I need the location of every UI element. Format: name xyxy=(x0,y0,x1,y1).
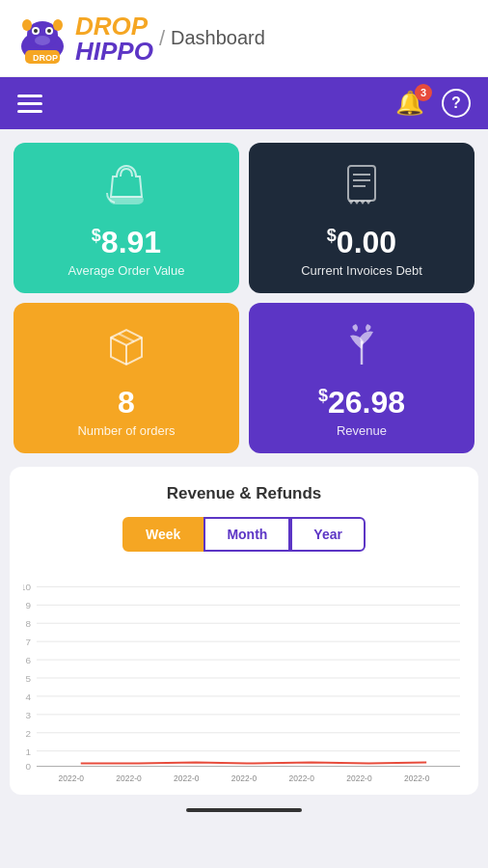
help-button[interactable]: ? xyxy=(442,89,471,118)
avg-order-value: $8.91 xyxy=(92,227,161,258)
svg-text:1: 1 xyxy=(25,746,31,757)
invoices-label: Current Invoices Debt xyxy=(301,263,422,278)
svg-text:6: 6 xyxy=(25,655,31,665)
svg-text:5: 5 xyxy=(25,673,31,684)
notification-bell[interactable]: 🔔 3 xyxy=(395,90,424,117)
breadcrumb-page: Dashboard xyxy=(171,27,265,49)
plant-icon xyxy=(339,322,385,377)
svg-point-5 xyxy=(47,29,51,33)
svg-text:4: 4 xyxy=(25,692,31,702)
svg-text:2: 2 xyxy=(25,728,31,739)
svg-text:2022-0: 2022-0 xyxy=(231,773,258,781)
receipt-icon xyxy=(339,162,385,217)
stat-card-revenue[interactable]: $26.98 Revenue xyxy=(249,303,474,453)
logo-text-hippo: HIPPO xyxy=(75,39,153,64)
hamburger-menu[interactable] xyxy=(17,95,42,113)
stat-card-avg-order[interactable]: $8.91 Average Order Value xyxy=(14,143,239,293)
svg-text:2022-0: 2022-0 xyxy=(174,773,200,781)
notification-badge: 3 xyxy=(415,84,432,101)
svg-text:9: 9 xyxy=(25,600,31,610)
tab-week[interactable]: Week xyxy=(122,517,203,552)
invoices-value: $0.00 xyxy=(327,227,396,258)
stats-grid: $8.91 Average Order Value $0.00 Current … xyxy=(0,129,488,467)
tab-month[interactable]: Month xyxy=(203,517,290,552)
svg-text:2022-0: 2022-0 xyxy=(346,773,372,781)
svg-point-8 xyxy=(53,19,63,31)
chart-section: Revenue & Refunds Week Month Year 10 9 8… xyxy=(10,467,478,795)
revenue-currency: $ xyxy=(318,386,328,405)
svg-rect-11 xyxy=(348,166,375,201)
svg-point-4 xyxy=(34,29,38,33)
svg-text:2022-0: 2022-0 xyxy=(116,773,142,781)
revenue-value: $26.98 xyxy=(318,387,405,418)
svg-text:0: 0 xyxy=(25,761,31,772)
invoices-currency: $ xyxy=(327,226,337,245)
header: DROP DROP HIPPO / Dashboard xyxy=(0,0,488,77)
svg-text:3: 3 xyxy=(25,710,31,720)
avg-order-currency: $ xyxy=(92,226,101,245)
navbar: 🔔 3 ? xyxy=(0,77,488,129)
bag-icon xyxy=(103,162,149,217)
logo-area: DROP DROP HIPPO / Dashboard xyxy=(14,10,474,68)
logo-icon: DROP xyxy=(14,10,71,68)
svg-text:2022-0: 2022-0 xyxy=(404,773,430,781)
stat-card-orders[interactable]: 8 Number of orders xyxy=(14,303,239,453)
nav-right: 🔔 3 ? xyxy=(395,89,471,118)
tab-group: Week Month Year xyxy=(23,517,465,552)
svg-text:8: 8 xyxy=(25,618,31,629)
stat-card-invoices[interactable]: $0.00 Current Invoices Debt xyxy=(249,143,474,293)
svg-point-7 xyxy=(22,19,32,31)
chart-area: 10 9 8 7 6 5 4 3 2 1 0 202 xyxy=(23,569,465,781)
chart-title: Revenue & Refunds xyxy=(23,484,465,503)
orders-value: 8 xyxy=(118,387,135,418)
svg-text:2022-0: 2022-0 xyxy=(59,773,85,781)
logo-text-drop: DROP xyxy=(75,14,153,39)
bottom-home-indicator xyxy=(186,808,302,812)
box-icon xyxy=(103,322,149,377)
svg-text:DROP: DROP xyxy=(33,53,58,63)
tab-year[interactable]: Year xyxy=(290,517,366,552)
breadcrumb-separator: / xyxy=(159,26,165,51)
svg-text:7: 7 xyxy=(25,637,31,647)
svg-point-6 xyxy=(35,36,50,45)
revenue-label: Revenue xyxy=(337,423,387,438)
orders-label: Number of orders xyxy=(77,423,175,438)
svg-text:2022-0: 2022-0 xyxy=(289,773,315,781)
svg-text:10: 10 xyxy=(23,582,31,592)
avg-order-label: Average Order Value xyxy=(68,263,185,278)
